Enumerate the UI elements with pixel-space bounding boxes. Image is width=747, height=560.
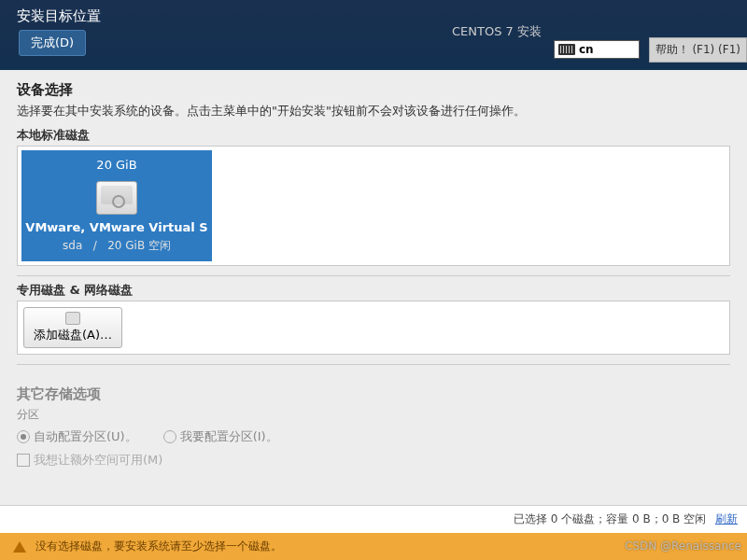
device-selection-helper: 选择要在其中安装系统的设备。点击主菜单中的"开始安装"按钮前不会对该设备进行任何… xyxy=(17,103,730,119)
partition-label: 分区 xyxy=(17,407,730,423)
warning-text: 没有选择磁盘，要安装系统请至少选择一个磁盘。 xyxy=(35,539,282,554)
extra-space-label: 我想让额外空间可用(M) xyxy=(34,453,162,467)
disk-model: VMware, VMware Virtual S xyxy=(25,220,207,234)
refresh-link[interactable]: 刷新 xyxy=(715,512,738,525)
add-disk-icon xyxy=(65,312,80,325)
page-title: 安装目标位置 xyxy=(17,7,101,25)
disk-free-info: sda / 20 GiB 空闲 xyxy=(63,238,171,254)
help-button[interactable]: 帮助！ (F1) (F1) xyxy=(649,37,747,63)
status-bar: 已选择 0 个磁盘；容量 0 B；0 B 空闲 刷新 xyxy=(0,505,747,533)
special-disks-label: 专用磁盘 & 网络磁盘 xyxy=(17,282,730,299)
add-disk-button[interactable]: 添加磁盘(A)… xyxy=(23,307,122,348)
hard-disk-icon xyxy=(96,181,137,215)
product-label: CENTOS 7 安装 xyxy=(452,23,542,40)
add-disk-label: 添加磁盘(A)… xyxy=(34,327,112,343)
installer-header: 安装目标位置 完成(D) CENTOS 7 安装 cn 帮助！ (F1) (F1… xyxy=(0,0,747,70)
extra-space-checkbox[interactable] xyxy=(17,454,30,467)
warning-icon xyxy=(13,541,26,553)
manual-partition-radio[interactable]: 我要配置分区(I)。 xyxy=(163,428,278,445)
selection-summary: 已选择 0 个磁盘；容量 0 B；0 B 空闲 xyxy=(514,512,706,525)
device-selection-title: 设备选择 xyxy=(17,81,730,99)
keyboard-indicator[interactable]: cn xyxy=(554,40,640,59)
other-storage-title: 其它存储选项 xyxy=(17,385,730,403)
warning-bar: 没有选择磁盘，要安装系统请至少选择一个磁盘。 xyxy=(0,533,747,560)
local-disks-label: 本地标准磁盘 xyxy=(17,127,730,144)
keyboard-layout: cn xyxy=(579,43,594,56)
keyboard-icon xyxy=(558,44,575,55)
radio-icon xyxy=(163,430,176,443)
special-disks-container: 添加磁盘(A)… xyxy=(17,301,730,355)
auto-partition-radio[interactable]: 自动配置分区(U)。 xyxy=(17,428,137,445)
other-storage-options: 其它存储选项 分区 自动配置分区(U)。 我要配置分区(I)。 我想让额外空间可… xyxy=(17,385,730,467)
done-button[interactable]: 完成(D) xyxy=(19,30,86,56)
local-disks-container: 20 GiB VMware, VMware Virtual S sda / 20… xyxy=(17,146,730,266)
main-content: 设备选择 选择要在其中安装系统的设备。点击主菜单中的"开始安装"按钮前不会对该设… xyxy=(0,70,747,467)
radio-icon xyxy=(17,430,30,443)
disk-item-sda[interactable]: 20 GiB VMware, VMware Virtual S sda / 20… xyxy=(21,150,212,261)
disk-size: 20 GiB xyxy=(96,158,136,172)
